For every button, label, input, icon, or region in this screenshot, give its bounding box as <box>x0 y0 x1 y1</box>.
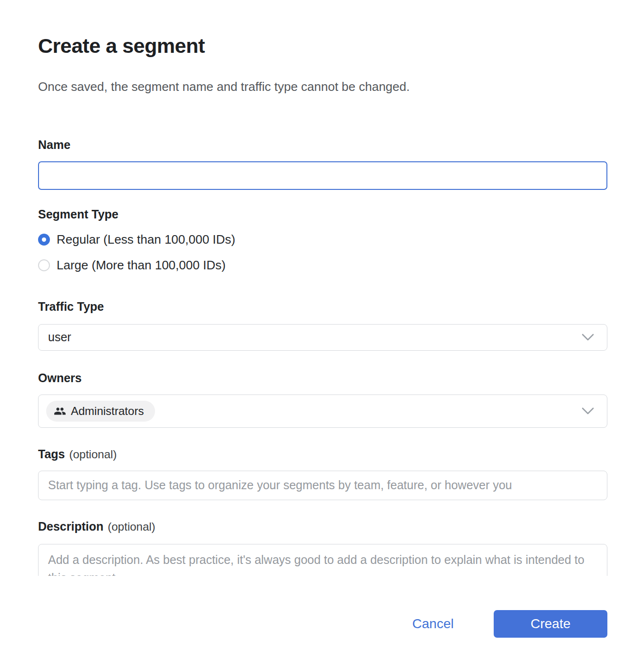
people-icon <box>54 405 66 417</box>
radio-option-large-label: Large (More than 100,000 IDs) <box>57 258 226 273</box>
radio-option-regular-label: Regular (Less than 100,000 IDs) <box>57 232 235 247</box>
owners-chip-administrators[interactable]: Administrators <box>46 401 155 422</box>
create-button[interactable]: Create <box>494 610 607 638</box>
tags-label: Tags <box>38 447 65 461</box>
traffic-type-label: Traffic Type <box>38 299 607 314</box>
tags-optional-note: (optional) <box>69 448 117 461</box>
owners-field: Owners Administrators <box>38 371 607 428</box>
radio-option-regular[interactable]: Regular (Less than 100,000 IDs) <box>38 232 607 247</box>
name-input[interactable] <box>38 161 607 190</box>
dialog-footer: Cancel Create <box>38 610 607 638</box>
description-field: Description (optional) <box>38 519 607 576</box>
radio-unselected-icon[interactable] <box>38 259 50 271</box>
owners-label: Owners <box>38 371 607 385</box>
traffic-type-select[interactable]: user <box>38 324 607 351</box>
tags-input[interactable] <box>38 471 607 500</box>
description-textarea[interactable] <box>38 544 607 576</box>
page-title: Create a segment <box>38 0 607 58</box>
description-optional-note: (optional) <box>108 520 156 533</box>
create-segment-dialog: Create a segment Once saved, the segment… <box>0 0 644 638</box>
description-label: Description <box>38 519 104 533</box>
segment-type-field: Segment Type Regular (Less than 100,000 … <box>38 207 607 273</box>
traffic-type-value: user <box>48 330 71 344</box>
name-label: Name <box>38 138 607 152</box>
traffic-type-field: Traffic Type user <box>38 299 607 351</box>
chevron-down-icon <box>581 407 595 415</box>
segment-type-label: Segment Type <box>38 207 607 221</box>
dialog-subtitle: Once saved, the segment name and traffic… <box>38 79 607 94</box>
owners-select[interactable]: Administrators <box>38 395 607 428</box>
tags-field: Tags (optional) <box>38 447 607 500</box>
name-field: Name <box>38 138 607 190</box>
chevron-down-icon <box>581 333 595 342</box>
description-clip-region <box>38 544 607 576</box>
owners-chip-label: Administrators <box>71 405 144 418</box>
cancel-button[interactable]: Cancel <box>412 616 454 632</box>
radio-selected-icon[interactable] <box>38 234 50 246</box>
radio-option-large[interactable]: Large (More than 100,000 IDs) <box>38 258 607 273</box>
